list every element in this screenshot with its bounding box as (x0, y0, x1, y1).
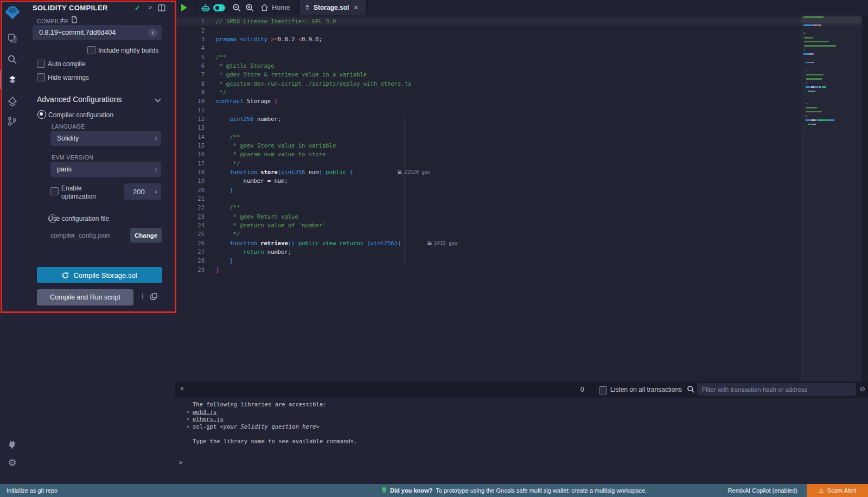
include-nightly-checkbox[interactable] (87, 46, 95, 54)
code-line[interactable]: 6 * @title Storage (175, 61, 868, 70)
sidebar-item-plugin-manager[interactable] (0, 437, 24, 451)
code-text: // SPDX-License-Identifier: GPL-3.0 (216, 18, 336, 24)
terminal-prompt[interactable]: > (179, 459, 182, 466)
compile-and-run-button[interactable]: Compile and Run script (37, 289, 133, 305)
line-number: 1 (175, 18, 205, 24)
git-init-button[interactable]: Initialize as git repo (7, 487, 58, 494)
use-configuration-file-label: Use configuration file (48, 215, 109, 222)
chevron-down-icon[interactable] (155, 98, 161, 103)
terminal-library-link[interactable]: web3.js (193, 409, 216, 415)
line-number: 29 (175, 266, 205, 273)
line-number: 22 (175, 204, 205, 211)
sidebar-item-file-explorer[interactable] (0, 30, 24, 46)
code-line[interactable]: 5/** (175, 52, 868, 61)
code-line[interactable]: 7 * @dev Store & retrieve value in a var… (175, 70, 868, 79)
line-number: 27 (175, 248, 205, 255)
code-line[interactable]: 11 (175, 105, 868, 114)
run-script-button[interactable] (181, 0, 187, 15)
copilot-toggle[interactable] (213, 0, 225, 15)
line-number: 21 (175, 195, 205, 202)
search-icon (7, 54, 17, 65)
code-line[interactable]: 15 * @dev Store value in variable (175, 141, 868, 150)
line-number: 14 (175, 133, 205, 140)
terminal-blank-line (175, 430, 868, 438)
gas-estimate-badge: 2415 gas (427, 240, 457, 246)
block-transactions-icon[interactable]: ⊘ (859, 385, 865, 393)
code-line[interactable]: 14 /** (175, 132, 868, 141)
line-number: 13 (175, 124, 205, 131)
code-text: function store(uint256 num) public { (216, 169, 353, 175)
tab-storage-sol[interactable]: Storage.sol ✕ (300, 0, 366, 15)
code-text: * @return value of 'number' (216, 222, 326, 228)
code-line[interactable]: 9 */ (175, 88, 868, 97)
expand-terminal-icon[interactable]: » (178, 387, 186, 390)
code-line[interactable]: 8 * @custom:dev-run-script ./scripts/dep… (175, 79, 868, 87)
settings-gear-icon: ⚙ (8, 457, 16, 469)
compile-button[interactable]: Compile Storage.sol (37, 267, 162, 283)
open-file-icon[interactable] (71, 16, 78, 23)
code-line[interactable]: 21 (175, 194, 868, 203)
remixai-assistant-button[interactable] (201, 0, 210, 15)
code-line[interactable]: 12 uint256 number; (175, 114, 868, 123)
code-editor[interactable]: 1// SPDX-License-Identifier: GPL-3.023pr… (175, 15, 868, 381)
advanced-configurations-toggle[interactable]: Advanced Configurations (37, 95, 122, 104)
code-line[interactable]: 13 (175, 123, 868, 132)
code-line[interactable]: 16 * @param num value to store (175, 150, 868, 158)
sidebar-item-search[interactable] (0, 52, 24, 67)
evm-version-select[interactable]: paris ▴▾ (50, 162, 161, 177)
optimization-runs-input[interactable]: 200 ▴▾ (124, 183, 161, 200)
zoom-in-button[interactable] (245, 0, 254, 15)
compiler-version-select[interactable]: 0.8.19+commit.7dd6d404 ▴▾ (33, 25, 162, 40)
did-you-know-tip: Did you know? To prototype using the Gno… (381, 487, 647, 494)
code-line[interactable]: 24 * @return value of 'number' (175, 221, 868, 230)
hide-warnings-checkbox[interactable] (37, 73, 45, 81)
code-text: /** (216, 204, 240, 211)
line-number: 16 (175, 151, 205, 157)
code-line[interactable]: 27 return number; (175, 247, 868, 256)
enable-optimization-checkbox[interactable] (50, 187, 59, 195)
code-line[interactable]: 1// SPDX-License-Identifier: GPL-3.0 (175, 17, 868, 26)
language-select[interactable]: Solidity ▴▾ (50, 131, 161, 146)
code-line[interactable]: 2 (175, 26, 868, 34)
remix-logo[interactable] (0, 4, 24, 22)
close-tab-icon[interactable]: ✕ (353, 4, 358, 11)
code-line[interactable]: 4 (175, 43, 868, 52)
code-line[interactable]: 22 /** (175, 203, 868, 212)
scam-alert-badge[interactable]: ⚠ Scam Alert (807, 484, 868, 497)
terminal-library-link[interactable]: ethers.js (193, 416, 224, 422)
copy-icon[interactable] (150, 293, 157, 300)
code-line[interactable]: 3pragma solidity >=0.8.2 <0.9.0; (175, 35, 868, 43)
info-icon[interactable]: i (142, 292, 144, 300)
code-line[interactable]: 20 } (175, 186, 868, 194)
remix-ide-window: ⚙ SOLIDITY COMPILER ✓ > COMPILER + 0.8.1… (0, 0, 868, 497)
tab-home[interactable]: Home (260, 0, 290, 15)
code-line[interactable]: 17 */ (175, 159, 868, 168)
add-custom-compiler-icon[interactable]: + (60, 15, 65, 24)
transaction-filter-input[interactable] (697, 383, 856, 396)
code-line[interactable]: 29} (175, 265, 868, 274)
sidebar-item-git[interactable] (0, 113, 24, 129)
code-line[interactable]: 25 */ (175, 230, 868, 238)
sidebar-item-deploy-run[interactable] (0, 94, 24, 110)
copilot-status[interactable]: RemixAI Copilot (enabled) (728, 487, 797, 494)
line-number: 11 (175, 107, 205, 113)
editor-scrollbar[interactable] (861, 15, 868, 381)
compiler-configuration-radio[interactable] (37, 110, 46, 119)
change-config-button[interactable]: Change (130, 228, 162, 243)
terminal-search-icon[interactable] (687, 385, 695, 393)
code-line[interactable]: 19 number = num; (175, 176, 868, 185)
line-number: 12 (175, 116, 205, 122)
listen-transactions-checkbox[interactable] (599, 386, 607, 394)
sidebar-item-solidity-compiler[interactable] (0, 72, 24, 87)
minimap[interactable] (801, 15, 861, 381)
sidebar-item-settings[interactable]: ⚙ (0, 456, 24, 470)
code-line[interactable]: 26 function retrieve() public view retur… (175, 239, 868, 247)
code-line[interactable]: 23 * @dev Return value (175, 212, 868, 221)
code-line[interactable]: 10contract Storage { (175, 97, 868, 105)
code-line[interactable]: 28 } (175, 256, 868, 265)
zoom-out-button[interactable] (232, 0, 241, 15)
expand-panel-arrow-icon[interactable]: > (148, 4, 152, 11)
auto-compile-checkbox[interactable] (37, 60, 45, 68)
code-line[interactable]: 18 function store(uint256 num) public {2… (175, 168, 868, 176)
split-view-icon[interactable] (158, 4, 165, 11)
